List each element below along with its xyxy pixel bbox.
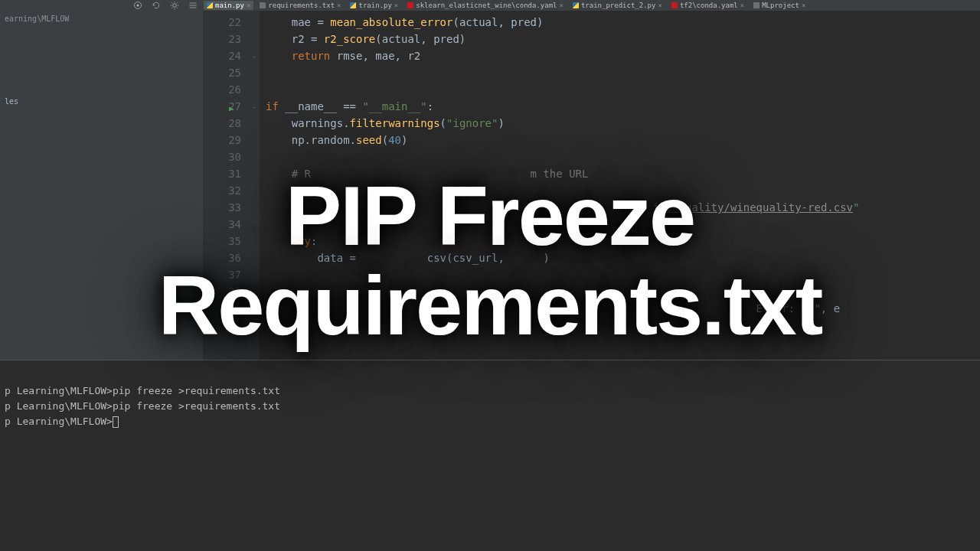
fold-column: --	[249, 11, 260, 360]
close-icon[interactable]: ×	[802, 2, 805, 9]
file-icon	[207, 2, 213, 8]
tab-label: tf2\conda.yaml	[680, 2, 738, 9]
close-icon[interactable]: ×	[394, 2, 398, 9]
tab-sklearn-elasticnet-wine-conda-yaml[interactable]: sklearn_elasticnet_wine\conda.yaml×	[404, 1, 567, 10]
tab-train-py[interactable]: train.py×	[347, 1, 401, 10]
close-icon[interactable]: ×	[247, 2, 250, 9]
sidebar-item[interactable]: les	[5, 97, 198, 106]
close-icon[interactable]: ×	[560, 2, 564, 9]
target-icon[interactable]	[133, 1, 142, 10]
file-icon	[753, 2, 760, 8]
gear-icon[interactable]	[170, 1, 179, 10]
line-gutter: 2223242526▶27282930313233343536373839	[203, 11, 249, 360]
close-icon[interactable]: ×	[658, 2, 662, 9]
project-sidebar[interactable]: earning\MLFLOW les	[0, 11, 203, 360]
tab-mlproject[interactable]: MLproject×	[750, 1, 808, 10]
editor-tabs: main.py×requirements.txt×train.py×sklear…	[204, 0, 808, 11]
project-path: earning\MLFLOW	[5, 15, 69, 23]
menu-icon[interactable]	[188, 1, 198, 10]
tab-train-predict-2-py[interactable]: train_predict_2.py×	[570, 1, 665, 10]
tab-main-py[interactable]: main.py×	[204, 1, 253, 10]
file-icon	[407, 2, 413, 8]
tab-label: MLproject	[762, 2, 799, 9]
file-icon	[573, 2, 579, 8]
file-icon	[671, 2, 678, 8]
svg-point-1	[137, 5, 139, 7]
tab-tf2-conda-yaml[interactable]: tf2\conda.yaml×	[668, 1, 747, 10]
tab-label: requirements.txt	[268, 2, 335, 9]
code-area[interactable]: mae = mean_absolute_error(actual, pred) …	[260, 11, 980, 360]
terminal-cursor	[113, 416, 119, 428]
tab-label: sklearn_elasticnet_wine\conda.yaml	[416, 2, 557, 9]
run-gutter-icon[interactable]: ▶	[229, 100, 234, 117]
svg-point-2	[173, 4, 177, 8]
file-icon	[260, 2, 266, 8]
refresh-icon[interactable]	[152, 1, 161, 10]
tab-label: train_predict_2.py	[581, 2, 656, 9]
file-icon	[350, 2, 356, 8]
close-icon[interactable]: ×	[337, 2, 341, 9]
close-icon[interactable]: ×	[740, 2, 744, 9]
terminal-panel[interactable]: p Learning\MLFLOW>pip freeze >requiremen…	[0, 360, 980, 551]
tab-requirements-txt[interactable]: requirements.txt×	[256, 1, 344, 10]
tab-label: train.py	[358, 2, 391, 9]
code-editor[interactable]: 2223242526▶27282930313233343536373839 --…	[203, 11, 980, 360]
tab-label: main.py	[215, 2, 244, 9]
